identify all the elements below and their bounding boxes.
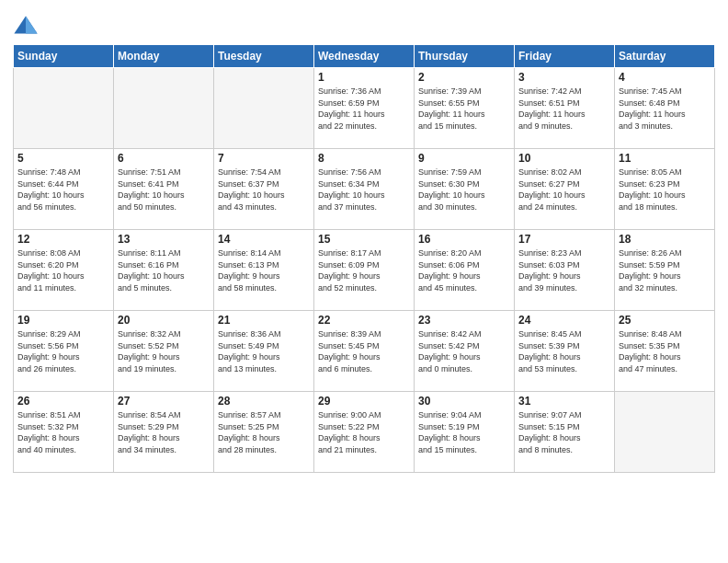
day-number: 25 [619, 314, 711, 327]
calendar-week-1: 1Sunrise: 7:36 AM Sunset: 6:59 PM Daylig… [14, 68, 715, 149]
calendar-cell: 20Sunrise: 8:32 AM Sunset: 5:52 PM Dayli… [114, 311, 214, 392]
calendar-cell: 7Sunrise: 7:54 AM Sunset: 6:37 PM Daylig… [214, 149, 314, 230]
day-info: Sunrise: 9:04 AM Sunset: 5:19 PM Dayligh… [418, 409, 510, 455]
day-number: 19 [17, 314, 109, 327]
calendar-cell: 6Sunrise: 7:51 AM Sunset: 6:41 PM Daylig… [114, 149, 214, 230]
day-info: Sunrise: 8:29 AM Sunset: 5:56 PM Dayligh… [17, 328, 109, 374]
day-info: Sunrise: 8:48 AM Sunset: 5:35 PM Dayligh… [619, 328, 711, 374]
calendar-cell: 29Sunrise: 9:00 AM Sunset: 5:22 PM Dayli… [314, 392, 415, 473]
calendar-cell: 21Sunrise: 8:36 AM Sunset: 5:49 PM Dayli… [214, 311, 314, 392]
calendar-cell: 19Sunrise: 8:29 AM Sunset: 5:56 PM Dayli… [14, 311, 114, 392]
day-number: 9 [418, 152, 510, 165]
day-number: 4 [619, 71, 711, 84]
calendar-cell: 13Sunrise: 8:11 AM Sunset: 6:16 PM Dayli… [114, 230, 214, 311]
calendar-cell: 22Sunrise: 8:39 AM Sunset: 5:45 PM Dayli… [314, 311, 415, 392]
weekday-header-saturday: Saturday [615, 45, 715, 68]
day-number: 28 [218, 395, 310, 408]
calendar-cell: 3Sunrise: 7:42 AM Sunset: 6:51 PM Daylig… [515, 68, 615, 149]
day-info: Sunrise: 7:54 AM Sunset: 6:37 PM Dayligh… [218, 167, 310, 213]
calendar-cell: 17Sunrise: 8:23 AM Sunset: 6:03 PM Dayli… [515, 230, 615, 311]
day-number: 7 [218, 152, 310, 165]
calendar-cell: 16Sunrise: 8:20 AM Sunset: 6:06 PM Dayli… [415, 230, 515, 311]
header [13, 9, 715, 39]
day-number: 15 [318, 233, 410, 246]
weekday-header-wednesday: Wednesday [314, 45, 415, 68]
weekday-header-friday: Friday [515, 45, 615, 68]
day-info: Sunrise: 8:39 AM Sunset: 5:45 PM Dayligh… [318, 328, 410, 374]
calendar-week-4: 19Sunrise: 8:29 AM Sunset: 5:56 PM Dayli… [14, 311, 715, 392]
calendar-cell: 28Sunrise: 8:57 AM Sunset: 5:25 PM Dayli… [214, 392, 314, 473]
day-info: Sunrise: 8:45 AM Sunset: 5:39 PM Dayligh… [518, 328, 610, 374]
day-number: 23 [418, 314, 510, 327]
day-number: 30 [418, 395, 510, 408]
day-number: 31 [518, 395, 610, 408]
day-info: Sunrise: 8:42 AM Sunset: 5:42 PM Dayligh… [418, 328, 510, 374]
weekday-header-tuesday: Tuesday [214, 45, 314, 68]
logo [13, 13, 42, 39]
calendar-cell: 5Sunrise: 7:48 AM Sunset: 6:44 PM Daylig… [14, 149, 114, 230]
calendar-cell: 30Sunrise: 9:04 AM Sunset: 5:19 PM Dayli… [415, 392, 515, 473]
calendar-cell [114, 68, 214, 149]
logo-icon [13, 13, 39, 39]
day-info: Sunrise: 8:02 AM Sunset: 6:27 PM Dayligh… [518, 167, 610, 213]
day-number: 24 [518, 314, 610, 327]
day-number: 20 [118, 314, 210, 327]
calendar-cell: 8Sunrise: 7:56 AM Sunset: 6:34 PM Daylig… [314, 149, 415, 230]
day-info: Sunrise: 8:14 AM Sunset: 6:13 PM Dayligh… [218, 247, 310, 293]
day-number: 13 [118, 233, 210, 246]
day-number: 11 [619, 152, 711, 165]
day-info: Sunrise: 8:11 AM Sunset: 6:16 PM Dayligh… [118, 247, 210, 293]
page: SundayMondayTuesdayWednesdayThursdayFrid… [0, 0, 728, 563]
day-info: Sunrise: 7:56 AM Sunset: 6:34 PM Dayligh… [318, 167, 410, 213]
day-info: Sunrise: 8:17 AM Sunset: 6:09 PM Dayligh… [318, 247, 410, 293]
calendar-cell: 31Sunrise: 9:07 AM Sunset: 5:15 PM Dayli… [515, 392, 615, 473]
day-info: Sunrise: 8:51 AM Sunset: 5:32 PM Dayligh… [17, 409, 109, 455]
calendar-cell: 12Sunrise: 8:08 AM Sunset: 6:20 PM Dayli… [14, 230, 114, 311]
calendar-table: SundayMondayTuesdayWednesdayThursdayFrid… [13, 44, 715, 473]
calendar-week-2: 5Sunrise: 7:48 AM Sunset: 6:44 PM Daylig… [14, 149, 715, 230]
calendar-cell [615, 392, 715, 473]
day-info: Sunrise: 7:36 AM Sunset: 6:59 PM Dayligh… [318, 86, 410, 132]
calendar-cell: 10Sunrise: 8:02 AM Sunset: 6:27 PM Dayli… [515, 149, 615, 230]
day-number: 1 [318, 71, 410, 84]
day-number: 3 [518, 71, 610, 84]
weekday-header-row: SundayMondayTuesdayWednesdayThursdayFrid… [14, 45, 715, 68]
day-info: Sunrise: 7:48 AM Sunset: 6:44 PM Dayligh… [17, 167, 109, 213]
calendar-cell: 26Sunrise: 8:51 AM Sunset: 5:32 PM Dayli… [14, 392, 114, 473]
day-number: 26 [17, 395, 109, 408]
day-number: 12 [17, 233, 109, 246]
calendar-cell [14, 68, 114, 149]
calendar-week-5: 26Sunrise: 8:51 AM Sunset: 5:32 PM Dayli… [14, 392, 715, 473]
day-info: Sunrise: 8:26 AM Sunset: 5:59 PM Dayligh… [619, 247, 711, 293]
day-info: Sunrise: 8:20 AM Sunset: 6:06 PM Dayligh… [418, 247, 510, 293]
day-number: 27 [118, 395, 210, 408]
day-number: 21 [218, 314, 310, 327]
svg-marker-1 [26, 17, 38, 34]
day-info: Sunrise: 8:05 AM Sunset: 6:23 PM Dayligh… [619, 167, 711, 213]
day-info: Sunrise: 7:59 AM Sunset: 6:30 PM Dayligh… [418, 167, 510, 213]
day-info: Sunrise: 8:23 AM Sunset: 6:03 PM Dayligh… [518, 247, 610, 293]
day-number: 10 [518, 152, 610, 165]
calendar-cell: 9Sunrise: 7:59 AM Sunset: 6:30 PM Daylig… [415, 149, 515, 230]
weekday-header-thursday: Thursday [415, 45, 515, 68]
calendar-cell: 14Sunrise: 8:14 AM Sunset: 6:13 PM Dayli… [214, 230, 314, 311]
calendar-cell: 23Sunrise: 8:42 AM Sunset: 5:42 PM Dayli… [415, 311, 515, 392]
day-number: 17 [518, 233, 610, 246]
calendar-cell: 2Sunrise: 7:39 AM Sunset: 6:55 PM Daylig… [415, 68, 515, 149]
day-info: Sunrise: 7:39 AM Sunset: 6:55 PM Dayligh… [418, 86, 510, 132]
calendar-cell [214, 68, 314, 149]
day-info: Sunrise: 8:54 AM Sunset: 5:29 PM Dayligh… [118, 409, 210, 455]
day-number: 2 [418, 71, 510, 84]
day-info: Sunrise: 7:42 AM Sunset: 6:51 PM Dayligh… [518, 86, 610, 132]
day-number: 29 [318, 395, 410, 408]
day-info: Sunrise: 8:32 AM Sunset: 5:52 PM Dayligh… [118, 328, 210, 374]
calendar-cell: 4Sunrise: 7:45 AM Sunset: 6:48 PM Daylig… [615, 68, 715, 149]
weekday-header-sunday: Sunday [14, 45, 114, 68]
day-number: 16 [418, 233, 510, 246]
day-info: Sunrise: 7:45 AM Sunset: 6:48 PM Dayligh… [619, 86, 711, 132]
calendar-cell: 11Sunrise: 8:05 AM Sunset: 6:23 PM Dayli… [615, 149, 715, 230]
day-number: 6 [118, 152, 210, 165]
day-number: 8 [318, 152, 410, 165]
calendar-week-3: 12Sunrise: 8:08 AM Sunset: 6:20 PM Dayli… [14, 230, 715, 311]
calendar-cell: 15Sunrise: 8:17 AM Sunset: 6:09 PM Dayli… [314, 230, 415, 311]
